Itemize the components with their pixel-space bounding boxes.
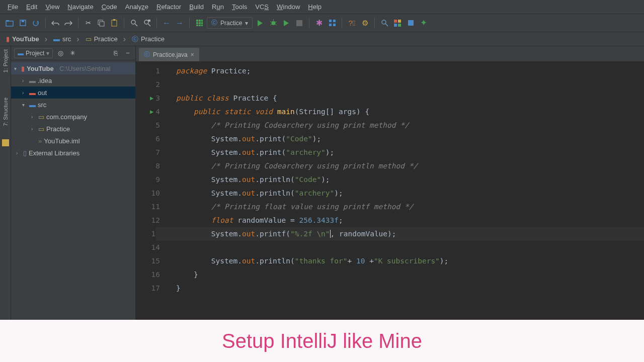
svg-rect-33 <box>333 24 336 26</box>
svg-rect-37 <box>398 20 401 23</box>
svg-rect-20 <box>196 25 198 26</box>
tree-root[interactable]: ▾▮ YouTube C:\Users\Sentinal <box>11 62 135 74</box>
run-config-selector[interactable]: ⓒPractice▾ <box>207 17 253 29</box>
menu-file[interactable]: File <box>4 2 22 12</box>
open-icon[interactable] <box>4 18 15 29</box>
search-everywhere-icon[interactable] <box>379 18 390 29</box>
run-gutter-icon[interactable]: ▶ <box>150 92 153 105</box>
banner-text: Setup IntelliJ like Mine <box>222 330 422 352</box>
menu-build[interactable]: Build <box>186 2 207 12</box>
undo-icon[interactable] <box>50 18 61 29</box>
svg-line-28 <box>275 24 277 25</box>
svg-rect-31 <box>333 20 336 22</box>
svg-rect-14 <box>196 20 198 22</box>
menu-window[interactable]: Window <box>273 2 303 12</box>
crumb-project[interactable]: ▮YouTube <box>4 35 51 44</box>
sdk-icon[interactable]: ⚙ <box>359 18 370 29</box>
thumbnail-banner: Setup IntelliJ like Mine <box>0 320 644 362</box>
tab-label: Practice.java <box>153 51 188 58</box>
back-icon[interactable]: ← <box>161 18 172 29</box>
replace-icon[interactable] <box>141 18 152 29</box>
svg-line-27 <box>270 24 272 25</box>
svg-rect-18 <box>199 22 201 24</box>
svg-rect-13 <box>148 20 150 22</box>
run-gutter-icon[interactable]: ▶ <box>150 105 153 119</box>
svg-rect-15 <box>199 20 201 22</box>
project-view-selector[interactable]: ▬Project ▾ <box>14 48 53 58</box>
crumb-class[interactable]: ⓒPractice <box>130 35 174 44</box>
svg-rect-0 <box>6 21 13 26</box>
cut-icon[interactable]: ✂ <box>83 18 94 29</box>
sync-icon[interactable] <box>30 18 41 29</box>
tree-item-src[interactable]: ▾▬src <box>11 99 135 111</box>
settings-icon[interactable]: ✱ <box>313 18 325 29</box>
svg-rect-22 <box>201 25 203 26</box>
svg-rect-40 <box>408 20 414 26</box>
run-coverage-icon[interactable] <box>281 18 292 29</box>
stop-icon[interactable] <box>294 18 305 29</box>
tool-project-button[interactable]: 1: Project <box>3 49 9 72</box>
tree-item-out[interactable]: ›▬out <box>11 86 135 99</box>
crumb-package[interactable]: ▭Practice <box>84 35 130 44</box>
save-all-icon[interactable] <box>17 18 28 29</box>
svg-rect-30 <box>329 20 332 22</box>
debug-icon[interactable] <box>268 18 279 29</box>
svg-rect-32 <box>329 24 332 26</box>
menu-help[interactable]: Help <box>304 2 325 12</box>
material-theme-icon[interactable] <box>392 18 403 29</box>
accent-icon[interactable] <box>405 18 416 29</box>
hide-icon[interactable]: ⎘ <box>111 49 120 58</box>
help-icon[interactable]: ?⃝ <box>346 18 357 29</box>
svg-line-10 <box>135 24 137 26</box>
structure-icon[interactable] <box>327 18 338 29</box>
plugin-icon[interactable]: ✦ <box>418 18 429 29</box>
editor-tabs: ⓒ Practice.java × <box>136 46 644 61</box>
navigation-bar: ▮YouTube ▬src ▭Practice ⓒPractice <box>0 32 644 46</box>
menu-view[interactable]: View <box>42 2 63 12</box>
run-icon[interactable] <box>255 18 266 29</box>
menu-code[interactable]: Code <box>98 2 121 12</box>
menu-refactor[interactable]: Refactor <box>153 2 185 12</box>
svg-rect-16 <box>201 20 203 22</box>
svg-rect-29 <box>296 20 302 26</box>
menu-navigate[interactable]: Navigate <box>64 2 97 12</box>
svg-line-26 <box>275 22 277 22</box>
svg-point-11 <box>144 20 148 24</box>
close-tab-icon[interactable]: × <box>191 51 194 58</box>
svg-line-12 <box>148 24 150 26</box>
tree-item-iml[interactable]: »YouTube.iml <box>11 135 135 147</box>
gear-icon[interactable]: − <box>123 49 132 58</box>
class-icon: ⓒ <box>144 50 150 59</box>
tree-item-libraries[interactable]: ›▯External Libraries <box>11 147 135 159</box>
tree-item-idea[interactable]: ›▬.idea <box>11 74 135 86</box>
svg-rect-38 <box>394 24 397 27</box>
menu-tools[interactable]: Tools <box>228 2 251 12</box>
grid-icon[interactable] <box>194 18 205 29</box>
project-tree: ▾▮ YouTube C:\Users\Sentinal ›▬.idea ›▬o… <box>11 60 135 320</box>
autoscroll-icon[interactable]: ◎ <box>56 49 65 58</box>
paste-icon[interactable] <box>109 18 120 29</box>
svg-line-35 <box>385 24 388 26</box>
tree-item-company[interactable]: ›▭com.company <box>11 111 135 123</box>
left-tool-rail: 1: Project 7: Structure <box>0 46 11 320</box>
forward-icon[interactable]: → <box>174 18 185 29</box>
redo-icon[interactable] <box>63 18 74 29</box>
tree-item-practice[interactable]: ›▭Practice <box>11 123 135 135</box>
menu-bar: File Edit View Navigate Code Analyze Ref… <box>0 0 644 14</box>
svg-rect-8 <box>113 19 115 21</box>
menu-analyze[interactable]: Analyze <box>122 2 152 12</box>
copy-icon[interactable] <box>96 18 107 29</box>
svg-point-34 <box>382 20 386 24</box>
find-icon[interactable] <box>128 18 139 29</box>
menu-run[interactable]: Run <box>208 2 227 12</box>
editor-area: ⓒ Practice.java × ▶ ▶ 💡 1234567891011121… <box>136 46 644 320</box>
code-editor[interactable]: ▶ ▶ 💡 1234567891011121314151617 package … <box>136 61 644 320</box>
collapse-icon[interactable]: ✳ <box>68 49 77 58</box>
tab-practice[interactable]: ⓒ Practice.java × <box>139 48 199 61</box>
menu-edit[interactable]: Edit <box>23 2 41 12</box>
menu-vcs[interactable]: VCS <box>252 2 272 12</box>
svg-rect-3 <box>22 20 24 22</box>
tool-structure-button[interactable]: 7: Structure <box>3 98 9 126</box>
svg-rect-17 <box>196 22 198 24</box>
crumb-src[interactable]: ▬src <box>51 35 84 44</box>
